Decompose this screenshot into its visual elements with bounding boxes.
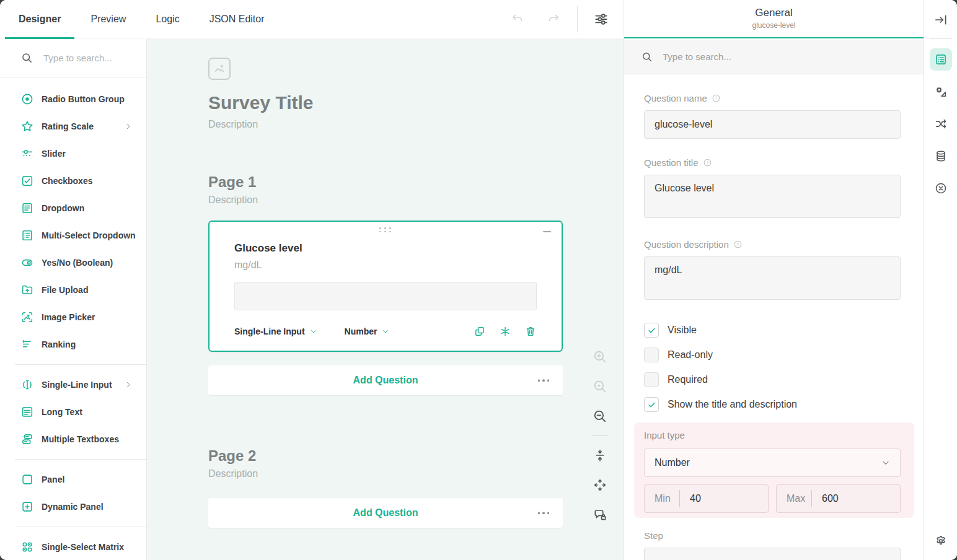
input-type-dropdown[interactable]: Number bbox=[644, 448, 901, 477]
collapse-question-button[interactable] bbox=[540, 225, 553, 238]
tab-json-editor-label: JSON Editor bbox=[209, 14, 265, 25]
page-lock-button[interactable] bbox=[589, 504, 611, 525]
theme-tab[interactable] bbox=[930, 81, 952, 103]
toolbox-item-slider[interactable]: Slider bbox=[0, 140, 146, 167]
page2-description[interactable]: Description bbox=[208, 468, 563, 479]
logic-tab[interactable] bbox=[930, 113, 952, 135]
delete-icon[interactable] bbox=[524, 325, 537, 338]
min-value[interactable]: 40 bbox=[680, 493, 701, 504]
add-question-menu-icon[interactable] bbox=[538, 512, 550, 514]
read-only-checkbox[interactable] bbox=[644, 348, 659, 362]
checkbox-label: Show the title and description bbox=[668, 399, 797, 410]
property-search-input[interactable] bbox=[661, 51, 847, 63]
question-description-input[interactable] bbox=[644, 256, 901, 300]
property-search[interactable] bbox=[624, 40, 924, 74]
visible-checkbox[interactable] bbox=[644, 323, 659, 338]
toolbox-item-panel[interactable]: Panel bbox=[0, 466, 146, 493]
undo-button[interactable] bbox=[505, 7, 530, 32]
toolbox-item-radio-button-group[interactable]: Radio Button Group bbox=[0, 85, 146, 113]
required-asterisk-icon[interactable] bbox=[499, 325, 511, 338]
toolbox-item-image-picker[interactable]: Image Picker bbox=[0, 304, 146, 331]
toolbox-item-ranking[interactable]: Ranking bbox=[0, 331, 146, 358]
embed-tab[interactable] bbox=[930, 145, 952, 167]
survey-logo-placeholder[interactable] bbox=[208, 58, 231, 80]
survey-title[interactable]: Survey Title bbox=[208, 92, 563, 113]
question-title[interactable]: Glucose level bbox=[234, 222, 537, 255]
toolbox-item-label: Image Picker bbox=[42, 312, 95, 322]
tab-preview[interactable]: Preview bbox=[77, 0, 139, 38]
redo-button[interactable] bbox=[541, 7, 566, 32]
toolbox-item-rating-scale[interactable]: Rating Scale bbox=[0, 113, 146, 140]
checkbox-row-read-only[interactable]: Read-only bbox=[644, 348, 901, 362]
checkbox-row-required[interactable]: Required bbox=[644, 372, 901, 387]
toolbox-item-file-upload[interactable]: File Upload bbox=[0, 276, 146, 304]
page1-title[interactable]: Page 1 bbox=[208, 173, 563, 191]
toolbox-search[interactable] bbox=[0, 39, 146, 77]
step-input[interactable] bbox=[644, 548, 901, 560]
tab-logic[interactable]: Logic bbox=[142, 0, 193, 38]
collapse-panel-button[interactable] bbox=[930, 9, 952, 31]
toolbox-search-input[interactable] bbox=[42, 52, 129, 64]
page2-title[interactable]: Page 2 bbox=[208, 447, 563, 465]
tab-designer[interactable]: Designer bbox=[5, 0, 74, 38]
close-panel-tab[interactable] bbox=[930, 177, 952, 199]
settings-gear-button[interactable] bbox=[930, 530, 952, 552]
toolbox-item-single-select-matrix[interactable]: Single-Select Matrix bbox=[0, 533, 146, 560]
add-question-button-page1[interactable]: Add Question bbox=[208, 365, 563, 395]
add-question-label: Add Question bbox=[353, 375, 418, 386]
collapse-panel-icon bbox=[933, 12, 948, 27]
fit-page-button[interactable] bbox=[589, 445, 611, 466]
toolbox-item-label: Dynamic Panel bbox=[42, 502, 104, 512]
min-field[interactable]: Min 40 bbox=[644, 484, 769, 513]
page1-description[interactable]: Description bbox=[208, 195, 563, 206]
chevron-right-icon[interactable] bbox=[124, 122, 133, 131]
duplicate-icon[interactable] bbox=[474, 325, 486, 338]
chevron-right-icon[interactable] bbox=[124, 380, 133, 389]
min-label: Min bbox=[645, 493, 677, 504]
property-panel-content: Question name ? Question title ? Questio… bbox=[624, 74, 924, 560]
required-checkbox[interactable] bbox=[644, 372, 659, 387]
survey-description[interactable]: Description bbox=[208, 119, 563, 130]
toolbox-item-single-line-input[interactable]: Single-Line Input bbox=[0, 371, 146, 398]
question-answer-input[interactable] bbox=[234, 282, 537, 310]
toolbox-item-label: Long Text bbox=[42, 407, 82, 417]
add-question-menu-icon[interactable] bbox=[538, 379, 550, 382]
toolbox-item-multiselect-dropdown[interactable]: Multi-Select Dropdown bbox=[0, 222, 146, 249]
gear-icon bbox=[934, 534, 948, 548]
show-title-checkbox[interactable] bbox=[644, 397, 659, 412]
creator-settings-button[interactable] bbox=[589, 7, 614, 32]
zoom-in-button[interactable] bbox=[589, 346, 611, 367]
help-icon[interactable]: ? bbox=[703, 158, 712, 167]
max-field[interactable]: Max 600 bbox=[776, 484, 901, 513]
question-title-input[interactable] bbox=[644, 175, 901, 218]
zoom-actual-icon bbox=[592, 378, 608, 395]
toolbox-item-long-text[interactable]: Long Text bbox=[0, 398, 146, 426]
question-type-selector[interactable]: Single-Line Input bbox=[234, 326, 317, 336]
help-icon[interactable]: ? bbox=[712, 94, 721, 103]
toolbox-item-checkboxes[interactable]: Checkboxes bbox=[0, 167, 146, 195]
checkbox-row-visible[interactable]: Visible bbox=[644, 323, 901, 338]
side-icon-strip bbox=[924, 0, 957, 560]
zoom-out-button[interactable] bbox=[589, 406, 611, 427]
label-text: Question title bbox=[644, 157, 699, 168]
toolbox-item-dynamic-panel[interactable]: Dynamic Panel bbox=[0, 493, 146, 520]
drag-handle-icon[interactable] bbox=[379, 227, 392, 232]
checkbox-row-show-title-description[interactable]: Show the title and description bbox=[644, 397, 901, 412]
question-description[interactable]: mg/dL bbox=[234, 260, 537, 271]
toolbox-item-boolean[interactable]: Yes/No (Boolean) bbox=[0, 249, 146, 276]
add-question-button-page2[interactable]: Add Question bbox=[208, 498, 563, 528]
question-card-glucose-level[interactable]: Glucose level mg/dL Single-Line Input Nu… bbox=[208, 221, 563, 352]
help-icon[interactable]: ? bbox=[733, 240, 743, 249]
property-grid-tab[interactable] bbox=[930, 48, 952, 71]
property-panel-header: General glucose-level bbox=[624, 0, 924, 38]
input-type-selector[interactable]: Number bbox=[345, 326, 390, 336]
step-label: Step bbox=[644, 529, 901, 541]
toolbox-item-multiple-textboxes[interactable]: Multiple Textboxes bbox=[0, 426, 146, 453]
toolbox-item-dropdown[interactable]: Dropdown bbox=[0, 195, 146, 222]
question-name-input[interactable] bbox=[644, 110, 901, 139]
max-value[interactable]: 600 bbox=[812, 493, 839, 504]
canvas-zoom-toolbar bbox=[588, 346, 612, 525]
move-canvas-button[interactable] bbox=[589, 475, 611, 496]
tab-json-editor[interactable]: JSON Editor bbox=[196, 0, 278, 38]
zoom-actual-button[interactable] bbox=[589, 376, 611, 397]
